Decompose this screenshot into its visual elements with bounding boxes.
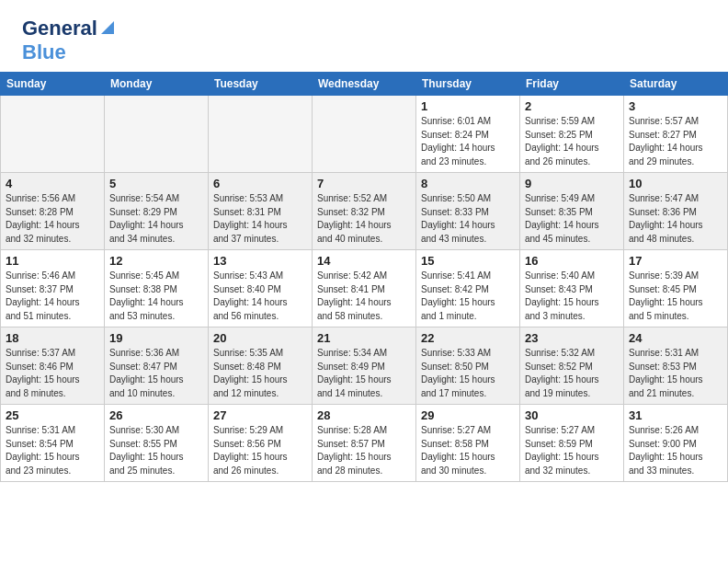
- calendar: SundayMondayTuesdayWednesdayThursdayFrid…: [0, 72, 728, 482]
- day-number: 15: [421, 254, 515, 268]
- day-number: 18: [6, 331, 99, 345]
- calendar-cell: 16Sunrise: 5:40 AM Sunset: 8:43 PM Dayli…: [520, 250, 624, 327]
- day-number: 14: [317, 254, 411, 268]
- calendar-cell: 1Sunrise: 6:01 AM Sunset: 8:24 PM Daylig…: [416, 96, 520, 173]
- day-info: Sunrise: 5:56 AM Sunset: 8:28 PM Dayligh…: [6, 192, 99, 246]
- calendar-cell: 26Sunrise: 5:30 AM Sunset: 8:55 PM Dayli…: [105, 405, 209, 482]
- day-info: Sunrise: 5:27 AM Sunset: 8:59 PM Dayligh…: [525, 424, 619, 477]
- calendar-cell: 8Sunrise: 5:50 AM Sunset: 8:33 PM Daylig…: [416, 173, 520, 250]
- calendar-cell: 12Sunrise: 5:45 AM Sunset: 8:38 PM Dayli…: [105, 250, 209, 327]
- calendar-week-row: 11Sunrise: 5:46 AM Sunset: 8:37 PM Dayli…: [1, 250, 728, 327]
- day-info: Sunrise: 5:42 AM Sunset: 8:41 PM Dayligh…: [317, 270, 411, 323]
- day-number: 1: [421, 99, 515, 113]
- calendar-cell: 7Sunrise: 5:52 AM Sunset: 8:32 PM Daylig…: [313, 173, 416, 250]
- day-number: 6: [213, 177, 307, 190]
- day-number: 12: [109, 254, 203, 268]
- calendar-cell: 23Sunrise: 5:32 AM Sunset: 8:52 PM Dayli…: [520, 327, 624, 405]
- calendar-cell: 27Sunrise: 5:29 AM Sunset: 8:56 PM Dayli…: [209, 405, 313, 482]
- calendar-cell: 4Sunrise: 5:56 AM Sunset: 8:28 PM Daylig…: [1, 173, 105, 250]
- day-number: 17: [629, 254, 722, 268]
- day-info: Sunrise: 5:50 AM Sunset: 8:33 PM Dayligh…: [421, 192, 515, 246]
- day-info: Sunrise: 5:40 AM Sunset: 8:43 PM Dayligh…: [525, 270, 619, 323]
- calendar-cell: 30Sunrise: 5:27 AM Sunset: 8:59 PM Dayli…: [520, 405, 624, 482]
- calendar-cell: 15Sunrise: 5:41 AM Sunset: 8:42 PM Dayli…: [416, 250, 520, 327]
- day-info: Sunrise: 5:29 AM Sunset: 8:56 PM Dayligh…: [213, 424, 307, 477]
- logo-general: General: [22, 17, 97, 40]
- calendar-cell: 14Sunrise: 5:42 AM Sunset: 8:41 PM Dayli…: [313, 250, 416, 327]
- day-info: Sunrise: 5:26 AM Sunset: 9:00 PM Dayligh…: [629, 424, 722, 477]
- day-info: Sunrise: 5:34 AM Sunset: 8:49 PM Dayligh…: [317, 347, 411, 400]
- day-info: Sunrise: 5:41 AM Sunset: 8:42 PM Dayligh…: [421, 270, 515, 323]
- day-number: 31: [629, 408, 722, 422]
- day-number: 2: [525, 99, 619, 113]
- calendar-cell: 19Sunrise: 5:36 AM Sunset: 8:47 PM Dayli…: [105, 327, 209, 405]
- calendar-cell: 31Sunrise: 5:26 AM Sunset: 9:00 PM Dayli…: [624, 405, 728, 482]
- calendar-cell: 22Sunrise: 5:33 AM Sunset: 8:50 PM Dayli…: [416, 327, 520, 405]
- day-info: Sunrise: 5:32 AM Sunset: 8:52 PM Dayligh…: [525, 347, 619, 400]
- calendar-cell: [209, 96, 313, 173]
- logo-blue: Blue: [22, 40, 66, 63]
- calendar-week-row: 1Sunrise: 6:01 AM Sunset: 8:24 PM Daylig…: [1, 96, 728, 173]
- calendar-cell: 13Sunrise: 5:43 AM Sunset: 8:40 PM Dayli…: [209, 250, 313, 327]
- day-info: Sunrise: 5:54 AM Sunset: 8:29 PM Dayligh…: [109, 192, 203, 246]
- column-header-thursday: Thursday: [416, 73, 520, 96]
- column-header-friday: Friday: [520, 73, 624, 96]
- day-info: Sunrise: 5:39 AM Sunset: 8:45 PM Dayligh…: [629, 270, 722, 323]
- column-header-sunday: Sunday: [1, 73, 105, 96]
- calendar-cell: 29Sunrise: 5:27 AM Sunset: 8:58 PM Dayli…: [416, 405, 520, 482]
- day-number: 24: [629, 331, 722, 345]
- day-number: 4: [6, 177, 99, 190]
- calendar-cell: [313, 96, 416, 173]
- day-info: Sunrise: 6:01 AM Sunset: 8:24 PM Dayligh…: [421, 115, 515, 168]
- header: General Blue: [0, 0, 728, 72]
- calendar-cell: [1, 96, 105, 173]
- day-info: Sunrise: 5:45 AM Sunset: 8:38 PM Dayligh…: [109, 270, 203, 323]
- day-number: 13: [213, 254, 307, 268]
- day-number: 9: [525, 177, 619, 190]
- logo: General Blue: [22, 17, 116, 64]
- column-header-tuesday: Tuesday: [209, 73, 313, 96]
- calendar-cell: [105, 96, 209, 173]
- column-header-wednesday: Wednesday: [313, 73, 416, 96]
- day-info: Sunrise: 5:35 AM Sunset: 8:48 PM Dayligh…: [213, 347, 307, 400]
- calendar-cell: 20Sunrise: 5:35 AM Sunset: 8:48 PM Dayli…: [209, 327, 313, 405]
- day-number: 5: [109, 177, 203, 190]
- day-number: 29: [421, 408, 515, 422]
- calendar-cell: 10Sunrise: 5:47 AM Sunset: 8:36 PM Dayli…: [624, 173, 728, 250]
- day-number: 7: [317, 177, 411, 190]
- svg-marker-0: [101, 21, 114, 34]
- calendar-cell: 6Sunrise: 5:53 AM Sunset: 8:31 PM Daylig…: [209, 173, 313, 250]
- calendar-cell: 17Sunrise: 5:39 AM Sunset: 8:45 PM Dayli…: [624, 250, 728, 327]
- day-info: Sunrise: 5:52 AM Sunset: 8:32 PM Dayligh…: [317, 192, 411, 246]
- day-number: 21: [317, 331, 411, 345]
- day-number: 3: [629, 99, 722, 113]
- calendar-week-row: 4Sunrise: 5:56 AM Sunset: 8:28 PM Daylig…: [1, 173, 728, 250]
- day-number: 19: [109, 331, 203, 345]
- day-number: 22: [421, 331, 515, 345]
- day-info: Sunrise: 5:37 AM Sunset: 8:46 PM Dayligh…: [6, 347, 99, 400]
- calendar-cell: 28Sunrise: 5:28 AM Sunset: 8:57 PM Dayli…: [313, 405, 416, 482]
- day-info: Sunrise: 5:43 AM Sunset: 8:40 PM Dayligh…: [213, 270, 307, 323]
- calendar-cell: 25Sunrise: 5:31 AM Sunset: 8:54 PM Dayli…: [1, 405, 105, 482]
- day-number: 27: [213, 408, 307, 422]
- day-number: 23: [525, 331, 619, 345]
- day-info: Sunrise: 5:31 AM Sunset: 8:53 PM Dayligh…: [629, 347, 722, 400]
- day-number: 10: [629, 177, 722, 190]
- calendar-week-row: 25Sunrise: 5:31 AM Sunset: 8:54 PM Dayli…: [1, 405, 728, 482]
- day-info: Sunrise: 5:53 AM Sunset: 8:31 PM Dayligh…: [213, 192, 307, 246]
- day-number: 16: [525, 254, 619, 268]
- day-number: 20: [213, 331, 307, 345]
- day-number: 25: [6, 408, 99, 422]
- day-info: Sunrise: 5:47 AM Sunset: 8:36 PM Dayligh…: [629, 192, 722, 246]
- day-info: Sunrise: 5:27 AM Sunset: 8:58 PM Dayligh…: [421, 424, 515, 477]
- calendar-header-row: SundayMondayTuesdayWednesdayThursdayFrid…: [1, 73, 728, 96]
- column-header-saturday: Saturday: [624, 73, 728, 96]
- day-info: Sunrise: 5:28 AM Sunset: 8:57 PM Dayligh…: [317, 424, 411, 477]
- day-number: 28: [317, 408, 411, 422]
- logo-triangle-icon: [99, 19, 116, 40]
- calendar-cell: 18Sunrise: 5:37 AM Sunset: 8:46 PM Dayli…: [1, 327, 105, 405]
- calendar-cell: 24Sunrise: 5:31 AM Sunset: 8:53 PM Dayli…: [624, 327, 728, 405]
- calendar-cell: 3Sunrise: 5:57 AM Sunset: 8:27 PM Daylig…: [624, 96, 728, 173]
- day-info: Sunrise: 5:49 AM Sunset: 8:35 PM Dayligh…: [525, 192, 619, 246]
- calendar-cell: 21Sunrise: 5:34 AM Sunset: 8:49 PM Dayli…: [313, 327, 416, 405]
